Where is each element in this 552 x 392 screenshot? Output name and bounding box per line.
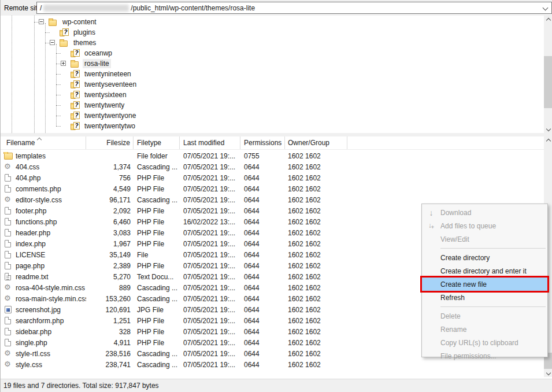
file-permissions: 0644 — [240, 273, 285, 281]
css-icon — [4, 196, 12, 204]
tree-item[interactable]: wp-content — [1, 17, 544, 27]
menu-item-label: Delete — [440, 312, 461, 320]
file-owner-group: 1602 1602 — [285, 339, 347, 347]
file-permissions: 0644 — [240, 229, 285, 237]
column-header-label: Filename — [6, 139, 35, 147]
tree-expander-icon[interactable] — [50, 40, 55, 45]
file-type: Text Docu... — [134, 273, 180, 281]
file-permissions: 0644 — [240, 262, 285, 270]
column-header[interactable]: Filesize — [86, 136, 134, 149]
file-modified: 07/05/2021 19:... — [180, 328, 240, 336]
file-owner-group: 1602 1602 — [285, 218, 347, 226]
tree-item[interactable]: plugins — [1, 27, 544, 38]
file-modified: 07/05/2021 19:... — [180, 273, 240, 281]
context-menu-item: Delete — [422, 309, 547, 323]
file-type: Cascading ... — [134, 196, 180, 204]
file-size: 4,911 — [86, 339, 134, 347]
file-modified: 07/05/2021 19:... — [180, 196, 240, 204]
tree-item[interactable]: twentytwentyone — [1, 110, 544, 121]
remote-site-toolbar: Remote site: //public_html/wp-content/th… — [1, 0, 552, 16]
css-icon — [4, 350, 12, 358]
tree-scrollbar[interactable] — [544, 16, 552, 133]
file-name: 404.css — [16, 163, 39, 171]
file-owner-group: 1602 1602 — [285, 295, 347, 303]
file-size: 3,083 — [86, 229, 134, 237]
table-row[interactable]: templates File folder 07/05/2021 19:... … — [1, 150, 544, 161]
file-name: sidebar.php — [16, 328, 51, 336]
php-icon — [4, 218, 12, 226]
file-size: 2,389 — [86, 262, 134, 270]
remote-site-combobox[interactable]: //public_html/wp-content/themes/rosa-lit… — [36, 2, 552, 14]
scroll-down-icon[interactable] — [544, 124, 552, 133]
tree-expander-slot — [39, 17, 49, 27]
file-owner-group: 1602 1602 — [285, 361, 347, 369]
table-row[interactable]: 404.css 1,374 Cascading ... 07/05/2021 1… — [1, 161, 544, 172]
scroll-up-icon[interactable] — [544, 136, 552, 145]
combobox-dropdown-icon[interactable] — [543, 5, 549, 11]
file-type: Cascading ... — [134, 163, 180, 171]
file-modified: 07/05/2021 19:... — [180, 207, 240, 215]
file-size: 6,460 — [86, 218, 134, 226]
file-size: 889 — [86, 284, 134, 292]
scroll-up-icon[interactable] — [544, 16, 552, 24]
scroll-down-icon[interactable] — [544, 368, 552, 377]
file-name: readme.txt — [16, 273, 49, 281]
qfolder-icon — [71, 122, 80, 130]
file-permissions: 0644 — [240, 350, 285, 358]
column-header[interactable]: Last modified — [180, 136, 240, 149]
folder-icon — [71, 60, 80, 68]
file-owner-group: 1602 1602 — [285, 328, 347, 336]
tree-item[interactable]: rosa-lite — [1, 58, 544, 69]
file-modified: 07/05/2021 19:... — [180, 174, 240, 182]
file-modified: 07/05/2021 19:... — [180, 251, 240, 259]
file-type: PHP File — [134, 317, 180, 325]
file-owner-group: 1602 1602 — [285, 251, 347, 259]
tree-item[interactable]: oceanwp — [1, 48, 544, 58]
tree-item[interactable]: themes — [1, 38, 544, 48]
folder-icon — [60, 39, 69, 47]
tree-item[interactable]: twentynineteen — [1, 69, 544, 79]
file-type: PHP File — [134, 218, 180, 226]
context-menu-item — [422, 304, 547, 309]
file-permissions: 0644 — [240, 328, 285, 336]
table-row[interactable]: comments.php 4,549 PHP File 07/05/2021 1… — [1, 183, 544, 194]
file-permissions: 0644 — [240, 317, 285, 325]
php-icon — [4, 229, 12, 237]
tree-expander-slot — [61, 69, 71, 79]
file-name: style-rtl.css — [16, 350, 50, 358]
tree-item[interactable]: twentytwenty — [1, 100, 544, 110]
context-menu-item: Download — [422, 206, 547, 219]
tree-scrollbar-thumb[interactable] — [544, 56, 552, 108]
context-menu-item[interactable]: Create new file — [422, 278, 547, 291]
tree-item[interactable]: twentyseventeen — [1, 79, 544, 90]
qfolder-icon — [71, 80, 80, 88]
tree-expander-slot — [50, 38, 60, 48]
file-modified: 07/05/2021 19:... — [180, 361, 240, 369]
file-type: PHP File — [134, 328, 180, 336]
tree-item[interactable]: twentysixteen — [1, 90, 544, 100]
php-icon — [4, 207, 12, 215]
status-text: 19 files and 7 directories. Total size: … — [3, 382, 159, 390]
tree-item[interactable]: twentytwentytwo — [1, 121, 544, 131]
column-header[interactable]: Filename — [1, 136, 86, 149]
file-modified: 07/05/2021 19:... — [180, 229, 240, 237]
column-header[interactable]: Owner/Group — [285, 136, 347, 149]
file-name: single.php — [16, 339, 47, 347]
context-menu-item[interactable]: Refresh — [422, 291, 547, 304]
table-row[interactable]: 404.php 756 PHP File 07/05/2021 19:... 0… — [1, 172, 544, 183]
context-menu-item[interactable]: Create directory and enter it — [422, 264, 547, 278]
file-owner-group: 1602 1602 — [285, 229, 347, 237]
redacted-path-segment — [43, 5, 129, 12]
tree-expander-icon[interactable] — [39, 19, 44, 24]
file-owner-group: 1602 1602 — [285, 262, 347, 270]
tree-expander-icon[interactable] — [61, 61, 66, 66]
context-menu-item[interactable]: Create directory — [422, 251, 547, 264]
column-header[interactable]: Permissions — [240, 136, 285, 149]
file-owner-group: 1602 1602 — [285, 174, 347, 182]
tree-item-label: twentynineteen — [83, 69, 133, 79]
column-header[interactable]: Filetype — [134, 136, 180, 149]
tree-expander-slot — [61, 48, 71, 58]
file-type: File — [134, 251, 180, 259]
tree-item-label: oceanwp — [83, 49, 114, 58]
file-modified: 07/05/2021 19:... — [180, 240, 240, 248]
